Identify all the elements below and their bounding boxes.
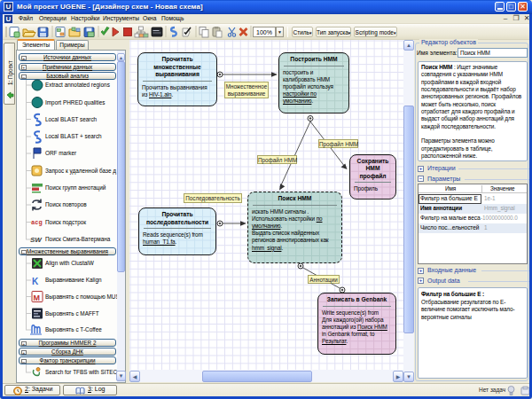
svg-text:K: K [32,277,39,286]
svg-text:SW: SW [30,236,43,244]
svg-text:M: M [34,293,41,302]
svg-text:acg: acg [31,219,43,226]
